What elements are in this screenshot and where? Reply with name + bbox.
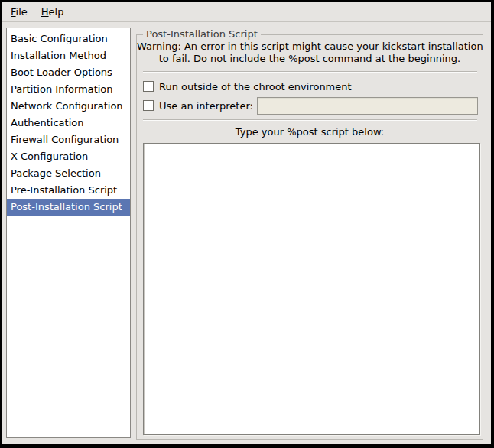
menubar: File Help (2, 2, 491, 22)
frame-title: Post-Installation Script (143, 28, 261, 40)
menu-help-accel: H (41, 6, 49, 18)
post-script-textarea[interactable] (143, 143, 480, 435)
window-content: File Help Basic Configuration Installati… (2, 2, 491, 444)
interpreter-entry[interactable] (257, 97, 478, 115)
sidebar-item-basic-configuration[interactable]: Basic Configuration (7, 31, 130, 47)
sidebar-item-pre-installation-script[interactable]: Pre-Installation Script (7, 182, 130, 199)
separator (143, 71, 477, 73)
sidebar-item-post-installation-script[interactable]: Post-Installation Script (7, 199, 130, 216)
sidebar-list: Basic Configuration Installation Method … (6, 28, 131, 438)
menu-help[interactable]: Help (34, 3, 71, 21)
sidebar-item-authentication[interactable]: Authentication (7, 115, 130, 131)
warning-line-2: to fail. Do not include the %post comman… (137, 53, 483, 65)
menu-file[interactable]: File (4, 3, 34, 21)
sidebar-item-firewall-configuration[interactable]: Firewall Configuration (7, 131, 130, 148)
sidebar-item-network-configuration[interactable]: Network Configuration (7, 98, 130, 115)
sidebar-item-boot-loader-options[interactable]: Boot Loader Options (7, 64, 130, 81)
sidebar-item-installation-method[interactable]: Installation Method (7, 47, 130, 64)
checkbox-indicator (143, 100, 154, 111)
checkbox-run-outside-chroot[interactable]: Run outside of the chroot environment (143, 80, 478, 93)
sidebar-item-partition-information[interactable]: Partition Information (7, 81, 130, 98)
checkbox-use-interpreter[interactable]: Use an interpreter: (143, 96, 478, 115)
app-window: File Help Basic Configuration Installati… (0, 0, 494, 448)
checkbox-run-outside-chroot-label: Run outside of the chroot environment (159, 81, 352, 93)
separator (143, 119, 477, 121)
warning-line-1: Warning: An error in this script might c… (137, 41, 483, 53)
checkbox-indicator (143, 81, 154, 92)
sidebar-item-package-selection[interactable]: Package Selection (7, 165, 130, 182)
script-area-label: Type your %post script below: (137, 126, 483, 138)
post-installation-script-frame: Post-Installation Script Warning: An err… (136, 34, 483, 440)
checkbox-use-interpreter-label: Use an interpreter: (159, 100, 253, 112)
menu-file-rest: ile (16, 6, 28, 18)
sidebar-item-x-configuration[interactable]: X Configuration (7, 148, 130, 165)
menu-help-rest: elp (49, 6, 64, 18)
warning-text: Warning: An error in this script might c… (137, 41, 483, 65)
